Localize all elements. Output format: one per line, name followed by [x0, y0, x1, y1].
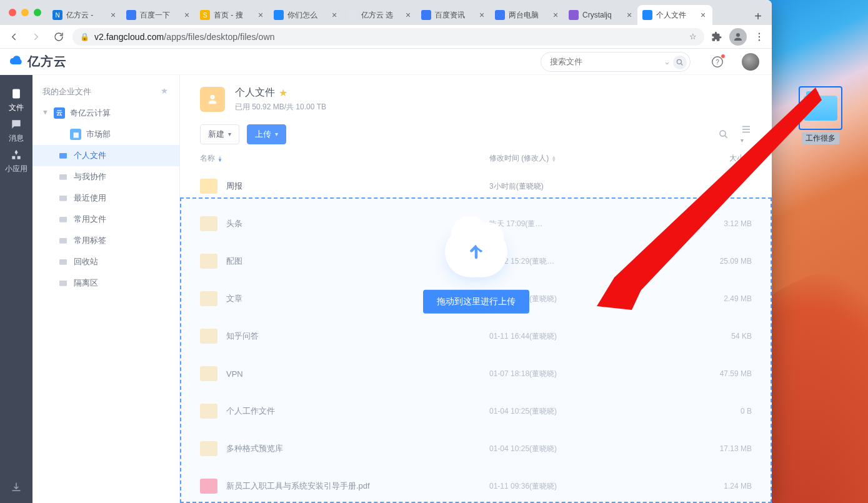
- drop-hint: 拖动到这里进行上传: [423, 227, 529, 313]
- dept-label: 市场部: [86, 129, 111, 140]
- new-button[interactable]: 新建▾: [200, 124, 239, 144]
- page-title: 个人文件: [235, 86, 275, 99]
- close-icon[interactable]: ×: [477, 11, 486, 19]
- search-icon[interactable]: [673, 56, 687, 69]
- svg-point-2: [759, 39, 760, 41]
- sidebar-item-label: 个人文件: [74, 150, 106, 161]
- tab-title: 亿方云 -: [66, 10, 105, 21]
- tab-title: 百度资讯: [435, 10, 474, 21]
- window-controls[interactable]: [9, 9, 41, 16]
- close-icon[interactable]: ×: [256, 11, 265, 19]
- tab-title: 首页 - 搜: [214, 10, 252, 21]
- close-window-icon[interactable]: [9, 9, 16, 16]
- brand[interactable]: 亿方云: [9, 53, 67, 70]
- upload-button[interactable]: 上传▾: [247, 124, 286, 144]
- col-modified[interactable]: 修改时间 (修改人)▲▼: [489, 153, 677, 164]
- browser-tab[interactable]: Crystaljq ×: [564, 5, 639, 25]
- rail-item-apps-icon[interactable]: 小应用: [5, 146, 27, 177]
- org-icon[interactable]: [159, 87, 169, 97]
- close-icon[interactable]: ×: [404, 11, 412, 19]
- sidebar-item[interactable]: 回收站: [32, 251, 179, 272]
- close-icon[interactable]: ×: [182, 11, 191, 19]
- col-name[interactable]: 名称▲▼: [200, 153, 489, 164]
- browser-tab[interactable]: 亿方云 选 ×: [342, 5, 417, 25]
- sidebar-item-label: 最近使用: [74, 192, 106, 204]
- back-button[interactable]: [5, 28, 22, 46]
- browser-tab[interactable]: 两台电脑 ×: [490, 5, 565, 25]
- svg-rect-7: [59, 153, 67, 159]
- apps-icon: [10, 149, 22, 161]
- brand-text: 亿方云: [27, 53, 67, 70]
- tab-favicon: S: [200, 10, 210, 20]
- url-field[interactable]: 🔒 v2.fangcloud.com/apps/files/desktop/fi…: [72, 28, 704, 46]
- svg-point-14: [720, 131, 726, 136]
- rail-item-chat-icon[interactable]: 消息: [5, 116, 27, 146]
- sidebar-dept[interactable]: ▦ 市场部: [32, 124, 179, 145]
- tab-title: 两台电脑: [509, 10, 547, 21]
- rail-item-file-icon[interactable]: 文件: [5, 85, 27, 116]
- rail-download-icon[interactable]: [11, 482, 22, 493]
- tab-title: 你们怎么: [287, 10, 326, 21]
- person-folder-icon: [57, 150, 69, 161]
- search-scope-dropdown[interactable]: ⌄: [664, 57, 671, 66]
- chrome-profile-button[interactable]: [729, 28, 747, 46]
- sidebar-tenant[interactable]: ▸ 云 奇亿云计算: [32, 102, 179, 124]
- maximize-window-icon[interactable]: [34, 9, 41, 16]
- close-icon[interactable]: ×: [109, 11, 117, 19]
- tab-favicon: [421, 10, 431, 20]
- reload-button[interactable]: [50, 28, 67, 46]
- sidebar-item[interactable]: 与我协作: [32, 166, 179, 187]
- browser-tab[interactable]: S 首页 - 搜 ×: [195, 5, 270, 25]
- minimize-window-icon[interactable]: [21, 9, 29, 16]
- bookmark-star-icon[interactable]: ☆: [689, 32, 697, 41]
- sidebar-item[interactable]: 个人文件: [32, 145, 179, 166]
- sidebar-item-label: 回收站: [74, 256, 98, 267]
- inline-search-icon[interactable]: [718, 129, 729, 140]
- browser-tab[interactable]: N 亿方云 - ×: [47, 5, 122, 25]
- close-icon[interactable]: ×: [699, 11, 707, 19]
- storage-usage: 已用 50.92 MB/共 10.00 TB: [235, 102, 326, 112]
- tab-title: 百度一下: [140, 10, 179, 21]
- close-icon[interactable]: ×: [330, 11, 339, 19]
- close-icon[interactable]: ×: [625, 11, 634, 19]
- svg-point-1: [759, 36, 760, 37]
- tab-favicon: [347, 10, 357, 20]
- sidebar-item-label: 与我协作: [74, 171, 106, 182]
- col-size[interactable]: 大小▲▼: [677, 153, 752, 164]
- sidebar-item[interactable]: 常用标签: [32, 230, 179, 251]
- page-avatar-icon: [200, 87, 225, 112]
- tab-favicon: [126, 10, 136, 20]
- browser-tab[interactable]: 百度资讯 ×: [416, 5, 491, 25]
- help-button[interactable]: ?: [711, 55, 724, 69]
- sidebar-item[interactable]: 隔离区: [32, 272, 179, 294]
- svg-point-0: [759, 32, 760, 34]
- svg-rect-11: [59, 238, 67, 244]
- desktop-folder-dragsrc[interactable]: 工作很多: [799, 86, 842, 144]
- extensions-button[interactable]: [709, 29, 724, 44]
- forward-button[interactable]: [27, 28, 45, 46]
- browser-tab[interactable]: 百度一下 ×: [121, 5, 196, 25]
- file-modified: 3小时前(董晓晓): [489, 181, 677, 192]
- app-topbar: 亿方云 ⌄ ?: [0, 49, 772, 75]
- profile-avatar[interactable]: [742, 53, 759, 71]
- chat-icon: [10, 118, 22, 131]
- new-tab-button[interactable]: +: [749, 7, 767, 25]
- rail-label: 小应用: [5, 164, 27, 174]
- sidebar-item-label: 隔离区: [74, 277, 98, 289]
- sidebar-item[interactable]: 常用文件: [32, 209, 179, 230]
- browser-tab[interactable]: 你们怎么 ×: [269, 5, 344, 25]
- star-icon[interactable]: ★: [279, 87, 287, 99]
- chrome-menu-button[interactable]: [752, 29, 767, 44]
- browser-window: N 亿方云 - × 百度一下 ×S 首页 - 搜 × 你们怎么 × 亿方云 选 …: [0, 0, 772, 503]
- close-icon[interactable]: ×: [551, 11, 560, 19]
- recent-icon: [57, 192, 69, 204]
- tab-title: 亿方云 选: [361, 10, 400, 21]
- view-options-button[interactable]: ▾: [741, 124, 752, 144]
- folder-icon: ▦: [70, 129, 81, 140]
- sidebar-item[interactable]: 最近使用: [32, 187, 179, 209]
- browser-tab[interactable]: 个人文件 ×: [637, 5, 712, 25]
- tab-favicon: [495, 10, 505, 20]
- tab-title: 个人文件: [656, 10, 695, 21]
- tab-favicon: N: [52, 10, 62, 20]
- svg-rect-9: [59, 196, 67, 201]
